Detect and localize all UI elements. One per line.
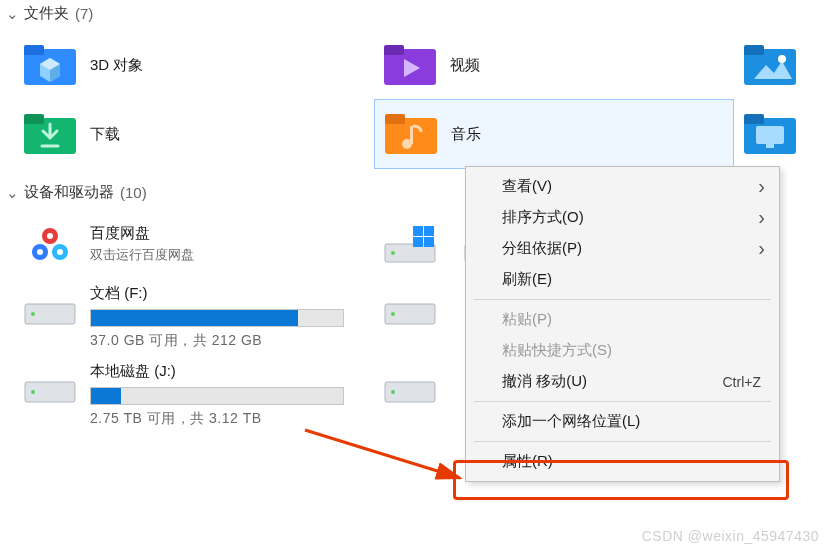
drive-baidu[interactable]: 百度网盘 双击运行百度网盘 — [14, 210, 374, 278]
folder-3d-icon — [22, 37, 78, 93]
svg-point-42 — [31, 390, 35, 394]
storage-bar — [90, 387, 344, 405]
folder-videos[interactable]: 视频 — [374, 31, 734, 99]
menu-label: 刷新(E) — [502, 270, 552, 289]
drive-label: 文档 (F:) — [90, 284, 148, 301]
drive-j[interactable]: 本地磁盘 (J:) 2.75 TB 可用，共 3.12 TB — [14, 356, 374, 434]
baidu-icon — [22, 216, 78, 272]
svg-point-26 — [47, 233, 53, 239]
drive-icon — [382, 362, 438, 410]
drive-usage: 2.75 TB 可用，共 3.12 TB — [90, 410, 262, 426]
drive-label: 百度网盘 — [90, 224, 194, 243]
watermark: CSDN @weixin_45947430 — [642, 528, 819, 544]
svg-rect-33 — [413, 237, 423, 247]
svg-point-30 — [391, 251, 395, 255]
svg-point-40 — [391, 312, 395, 316]
svg-rect-13 — [24, 114, 44, 124]
menu-separator — [474, 401, 771, 402]
folder-3d-objects[interactable]: 3D 对象 — [14, 31, 374, 99]
folder-pictures-icon — [742, 37, 798, 93]
svg-point-28 — [57, 249, 63, 255]
chevron-down-icon: ⌄ — [6, 184, 18, 202]
svg-rect-1 — [24, 45, 44, 55]
storage-bar — [90, 309, 344, 327]
menu-view[interactable]: 查看(V) — [466, 171, 779, 202]
svg-point-27 — [37, 249, 43, 255]
context-menu: 查看(V) 排序方式(O) 分组依据(P) 刷新(E) 粘贴(P) 粘贴快捷方式… — [465, 166, 780, 482]
svg-rect-9 — [744, 45, 764, 55]
chevron-down-icon: ⌄ — [6, 5, 18, 23]
folder-label: 视频 — [450, 56, 480, 75]
drive-sublabel: 双击运行百度网盘 — [90, 246, 194, 264]
folder-desktop-icon — [742, 106, 798, 162]
folder-label: 3D 对象 — [90, 56, 143, 75]
menu-label: 查看(V) — [502, 177, 552, 196]
menu-label: 粘贴快捷方式(S) — [502, 341, 612, 360]
folder-label: 音乐 — [451, 125, 481, 144]
folders-grid: 3D 对象 视频 下载 音乐 — [0, 27, 831, 179]
folder-music-icon — [383, 106, 439, 162]
section-title: 设备和驱动器 — [24, 183, 114, 202]
menu-group[interactable]: 分组依据(P) — [466, 233, 779, 264]
menu-separator — [474, 299, 771, 300]
menu-label: 属性(R) — [502, 452, 553, 471]
menu-label: 撤消 移动(U) — [502, 372, 587, 391]
svg-point-44 — [391, 390, 395, 394]
folder-pictures-partial[interactable] — [734, 31, 804, 99]
menu-add-network[interactable]: 添加一个网络位置(L) — [466, 406, 779, 437]
folder-music[interactable]: 音乐 — [374, 99, 734, 169]
menu-properties[interactable]: 属性(R) — [466, 446, 779, 477]
drive-label: 本地磁盘 (J:) — [90, 362, 176, 379]
svg-rect-20 — [744, 114, 764, 124]
folder-download-icon — [22, 106, 78, 162]
section-count: (10) — [120, 184, 147, 201]
menu-sort[interactable]: 排序方式(O) — [466, 202, 779, 233]
folder-desktop-partial[interactable] — [734, 99, 804, 169]
section-title: 文件夹 — [24, 4, 69, 23]
folder-label: 下载 — [90, 125, 120, 144]
menu-undo[interactable]: 撤消 移动(U)Ctrl+Z — [466, 366, 779, 397]
svg-rect-6 — [384, 45, 404, 55]
drive-icon — [382, 284, 438, 332]
svg-rect-32 — [424, 226, 434, 236]
menu-label: 添加一个网络位置(L) — [502, 412, 640, 431]
drive-k-partial[interactable] — [374, 356, 454, 434]
drive-g-partial[interactable] — [374, 278, 454, 356]
menu-shortcut: Ctrl+Z — [723, 374, 762, 390]
svg-rect-22 — [766, 144, 774, 148]
svg-rect-16 — [385, 114, 405, 124]
folder-video-icon — [382, 37, 438, 93]
menu-paste-shortcut: 粘贴快捷方式(S) — [466, 335, 779, 366]
svg-rect-31 — [413, 226, 423, 236]
svg-rect-34 — [424, 237, 434, 247]
section-count: (7) — [75, 5, 93, 22]
svg-point-38 — [31, 312, 35, 316]
drive-c-partial[interactable] — [374, 210, 454, 278]
svg-point-11 — [778, 55, 786, 63]
drive-windows-icon — [382, 220, 438, 268]
section-header-folders[interactable]: ⌄ 文件夹 (7) — [0, 0, 831, 27]
menu-label: 粘贴(P) — [502, 310, 552, 329]
menu-separator — [474, 441, 771, 442]
drive-icon — [22, 362, 78, 410]
menu-paste: 粘贴(P) — [466, 304, 779, 335]
drive-icon — [22, 284, 78, 332]
menu-label: 分组依据(P) — [502, 239, 582, 258]
folder-downloads[interactable]: 下载 — [14, 99, 374, 169]
svg-rect-21 — [756, 126, 784, 144]
svg-rect-18 — [410, 126, 413, 144]
menu-label: 排序方式(O) — [502, 208, 584, 227]
drive-usage: 37.0 GB 可用，共 212 GB — [90, 332, 262, 348]
menu-refresh[interactable]: 刷新(E) — [466, 264, 779, 295]
drive-f[interactable]: 文档 (F:) 37.0 GB 可用，共 212 GB — [14, 278, 374, 356]
